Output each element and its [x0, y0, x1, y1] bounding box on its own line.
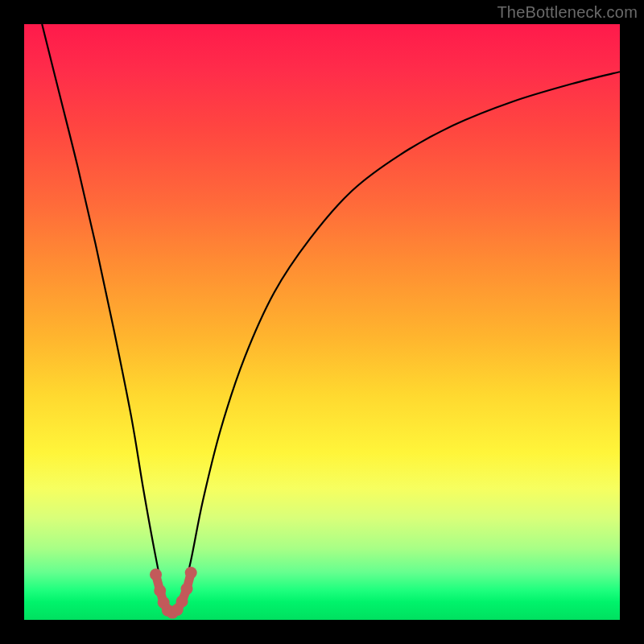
- marker-dot: [150, 568, 162, 580]
- bottleneck-curve-line: [42, 24, 620, 614]
- watermark-text: TheBottleneck.com: [497, 3, 638, 22]
- chart-frame: [24, 24, 620, 620]
- marker-dot: [154, 584, 166, 597]
- marker-dot: [185, 567, 197, 579]
- marker-dots: [150, 567, 197, 619]
- chart-svg: [24, 24, 620, 620]
- marker-dot: [176, 596, 188, 608]
- marker-dot: [181, 583, 193, 595]
